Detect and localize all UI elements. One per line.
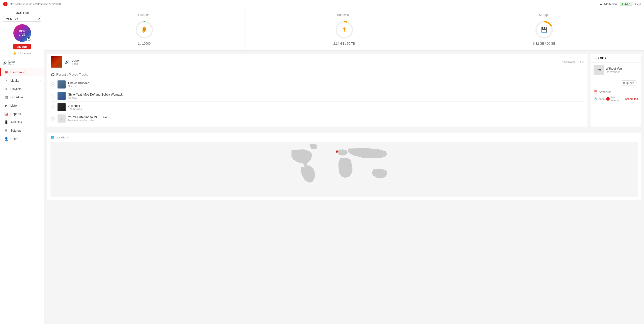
schedule-icon: ▦ (4, 95, 8, 99)
track-details: Juicebox The Strokes (68, 104, 584, 110)
np-sidebar-artist: Beck (8, 63, 41, 66)
schedule-header: 📅 Schedule (594, 90, 638, 94)
schedule-events: 🕐 none No events scheduled (594, 96, 638, 102)
track-details: You're Listening to MCR Live facebook.co… (68, 115, 584, 122)
sidebar-item-listen[interactable]: ▶ Listen (0, 101, 44, 110)
top-bar: r https://studio.radio.co/stations/s7ee2… (0, 0, 644, 8)
np-info: Loser Beck (8, 60, 41, 66)
listeners-icon-center: 👂 (141, 26, 148, 33)
addons-icon: 📱 (4, 120, 8, 124)
listeners-value: 1 / 10000 (138, 42, 151, 45)
station-title: MCR Live (3, 11, 41, 15)
radio-logo: r (3, 2, 8, 6)
np-sidebar-title: Loser (8, 60, 41, 63)
sidebar-item-reports[interactable]: 📊 Reports › (0, 110, 44, 118)
sidebar-item-users[interactable]: 👤 Users (0, 135, 44, 143)
now-playing-bar: 🔊 Loser Beck (0, 58, 44, 68)
top-bar-left: r https://studio.radio.co/stations/s7ee2… (3, 2, 61, 6)
playlists-icon: ≡ (4, 87, 8, 91)
volume-icon: 🔊 (3, 61, 7, 65)
live-status[interactable]: Live ▾ (620, 2, 632, 6)
listeners-title: Listeners (138, 13, 150, 17)
track-number: ● (51, 116, 55, 121)
chevron-down-icon: ▾ (629, 3, 630, 5)
now-playing-section: 🔊 Loser Beck Now playing ⏭ 🎧 Recently Pl… (44, 51, 644, 130)
main-content: Listeners 👂 1 / 10000 Bandwidth (44, 8, 644, 324)
media-icon: ♪ (4, 79, 8, 82)
np-track-info: Loser Beck (72, 58, 559, 65)
table-row: ● ♪ You're Listening to MCR Live faceboo… (51, 113, 584, 124)
listeners-gauge: 👂 (134, 20, 154, 40)
clock-icon: 🕐 (594, 97, 597, 101)
sidebar-item-playlists[interactable]: ≡ Playlists (0, 85, 44, 93)
storage-gauge: 💾 (534, 20, 554, 40)
sidebar-item-schedule[interactable]: ▦ Schedule (0, 93, 44, 101)
np-track-artist: Beck (72, 62, 559, 65)
stat-storage: Storage 💾 8.32 GB / 50 GB (444, 8, 644, 50)
track-art (58, 92, 66, 100)
queue-button[interactable]: ≡ Queue (621, 80, 636, 85)
track-details: Stylo (feat. Mos Def and Bobby Womack) G… (68, 93, 584, 99)
storage-value: 8.32 GB / 50 GB (533, 42, 555, 45)
sidebar-item-settings[interactable]: ⚙ Settings (0, 126, 44, 135)
bandwidth-gauge: ⬆ (334, 20, 354, 40)
up-next-panel: Up next OW Without You Oh Wonder ≡ Queue (591, 54, 641, 127)
no-events-icon (606, 97, 610, 101)
stats-row: Listeners 👂 1 / 10000 Bandwidth (44, 8, 644, 51)
on-air-button[interactable]: ON AIR (13, 44, 31, 49)
chevron-right-icon: › (40, 79, 41, 82)
listeners-info: 🔔 1 Listeners (13, 51, 31, 55)
track-art (58, 103, 66, 111)
add-media-button[interactable]: ☁ Add Media (600, 2, 617, 6)
users-icon: 👤 (4, 137, 8, 141)
track-art: ♪ (58, 114, 66, 123)
play-icon[interactable]: ▶ (26, 37, 31, 41)
avatar: MCRLIVE ▶ (13, 24, 31, 42)
queue-icon: ≡ (623, 81, 625, 84)
np-player: 🔊 Loser Beck Now playing ⏭ 🎧 Recently Pl… (47, 54, 587, 127)
track-art (58, 80, 66, 89)
station-select[interactable]: MCR Live (3, 16, 41, 22)
track-number: ● (51, 94, 55, 98)
track-number: ● (51, 82, 55, 86)
up-next-header: Up next (591, 54, 641, 63)
chevron-right-icon-3: › (40, 121, 41, 124)
np-player-header: 🔊 Loser Beck Now playing ⏭ (47, 54, 587, 70)
bandwidth-icon-center: ⬆ (342, 26, 347, 33)
reports-icon: 📊 (4, 112, 8, 116)
listeners-icon: 🔔 (13, 51, 16, 55)
np-volume-icon[interactable]: 🔊 (65, 60, 69, 64)
globe-icon: 🌐 (50, 136, 54, 139)
schedule-panel: 📅 Schedule 🕐 none No events scheduled (591, 88, 641, 104)
settings-icon: ⚙ (4, 129, 8, 132)
up-next-label: Up next (594, 56, 607, 60)
live-dot-icon (622, 3, 623, 5)
sidebar-item-addons[interactable]: 📱 Add Ons › (0, 118, 44, 126)
world-map (50, 142, 638, 197)
now-playing-label: Now playing (562, 61, 575, 63)
sidebar: MCR Live MCR Live MCRLIVE ▶ ON AIR 🔔 1 L… (0, 8, 44, 324)
sidebar-item-media[interactable]: ♪ Media › (0, 76, 44, 85)
up-next-content: OW Without You Oh Wonder (591, 63, 641, 78)
sidebar-item-dashboard[interactable]: ⊞ Dashboard (0, 68, 44, 76)
table-row: ● Chevy Thunder Spector (51, 79, 584, 90)
table-row: ● Juicebox The Strokes (51, 102, 584, 113)
recently-played: 🎧 Recently Played Tracks ● Chevy Thunder… (47, 70, 587, 127)
listen-icon: ▶ (4, 104, 8, 107)
stat-listeners: Listeners 👂 1 / 10000 (44, 8, 244, 50)
bandwidth-value: 2.14 GB / 50 TB (333, 42, 355, 45)
url-bar: https://studio.radio.co/stations/s7ee2c0… (10, 3, 61, 6)
storage-icon-center: 💾 (541, 27, 547, 33)
help-link[interactable]: Help (635, 3, 641, 6)
skip-button[interactable]: ⏭ (580, 60, 584, 64)
locations-header: 🌐 Locations (50, 136, 638, 139)
up-next-info: Without You Oh Wonder (606, 67, 622, 73)
bandwidth-title: Bandwidth (337, 13, 351, 17)
stat-bandwidth: Bandwidth ⬆ 2.14 GB / 50 TB (244, 8, 444, 50)
headphones-icon: 🎧 (51, 73, 55, 76)
np-track-title: Loser (72, 58, 559, 62)
locations-section: 🌐 Locations (47, 133, 641, 200)
upload-icon: ☁ (600, 2, 602, 6)
up-next-avatar: OW (594, 65, 604, 75)
track-number: ● (51, 105, 55, 109)
